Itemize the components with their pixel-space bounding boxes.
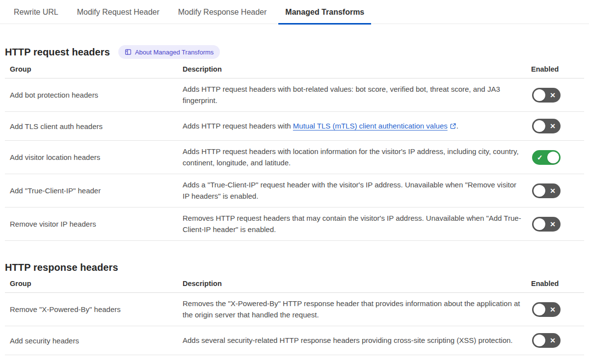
description-cell: Adds HTTP request headers with bot-relat… bbox=[178, 84, 531, 106]
toggle-state-icon: ✕ bbox=[550, 187, 556, 194]
enabled-toggle[interactable]: ✕ bbox=[532, 302, 561, 317]
table-row: Add TLS client auth headers Adds HTTP re… bbox=[5, 112, 584, 141]
toggle-state-icon: ✕ bbox=[550, 221, 556, 228]
table-row: Remove visitor IP headers Removes HTTP r… bbox=[5, 208, 584, 241]
column-header-description: Description bbox=[178, 65, 531, 73]
enabled-toggle[interactable]: ✕ bbox=[532, 88, 561, 103]
group-cell: Add visitor location headers bbox=[5, 153, 178, 161]
book-icon bbox=[125, 49, 132, 55]
description-cell: Adds a "True-Client-IP" request header w… bbox=[178, 180, 531, 202]
description-cell: Removes the "X-Powered-By" HTTP response… bbox=[178, 298, 531, 320]
column-header-enabled: Enabled bbox=[531, 65, 584, 73]
tab-label: Managed Transforms bbox=[285, 8, 364, 16]
column-header-group: Group bbox=[5, 280, 178, 287]
toggle-state-icon: ✕ bbox=[550, 306, 556, 313]
table-header-row: Group Description Enabled bbox=[5, 280, 584, 293]
toggle-knob bbox=[534, 120, 545, 132]
tab[interactable]: Rewrite URL bbox=[7, 0, 65, 24]
toggle-knob bbox=[534, 218, 545, 230]
toggle-state-icon: ✕ bbox=[550, 123, 556, 130]
description-cell: Adds several security-related HTTP respo… bbox=[178, 335, 531, 346]
column-header-enabled: Enabled bbox=[531, 280, 584, 287]
group-cell: Remove visitor IP headers bbox=[5, 220, 178, 228]
enabled-toggle[interactable]: ✓ bbox=[532, 150, 561, 165]
group-cell: Remove "X-Powered-By" headers bbox=[5, 305, 178, 313]
toggle-knob bbox=[534, 304, 545, 315]
tab-label: Modify Response Header bbox=[178, 8, 267, 16]
toggle-state-icon: ✕ bbox=[550, 337, 556, 344]
table-row: Add bot protection headers Adds HTTP req… bbox=[5, 78, 584, 112]
request-section-title: HTTP request headers bbox=[5, 47, 110, 58]
external-link-icon bbox=[450, 123, 456, 130]
response-section-header: HTTP response headers bbox=[5, 262, 584, 273]
toggle-knob bbox=[534, 335, 545, 346]
tab[interactable]: Managed Transforms bbox=[278, 0, 371, 24]
table-row: Add security headers Adds several securi… bbox=[5, 326, 584, 355]
request-headers-section: HTTP request headers About Managed Trans… bbox=[5, 45, 584, 241]
response-headers-section: HTTP response headers Group Description … bbox=[5, 262, 584, 355]
tab-label: Modify Request Header bbox=[77, 8, 160, 16]
toggle-knob bbox=[534, 89, 545, 101]
tab-bar: Rewrite URL Modify Request Header Modify… bbox=[0, 0, 589, 24]
toggle-state-icon: ✓ bbox=[537, 154, 543, 161]
request-section-header: HTTP request headers About Managed Trans… bbox=[5, 45, 584, 59]
table-header-row: Group Description Enabled bbox=[5, 65, 584, 78]
managed-transforms-page: HTTP request headers About Managed Trans… bbox=[0, 45, 589, 355]
request-headers-table: Group Description Enabled Add bot protec… bbox=[5, 65, 584, 241]
description-cell: Removes HTTP request headers that may co… bbox=[178, 213, 531, 235]
toggle-knob bbox=[547, 152, 559, 163]
mtls-docs-link[interactable]: Mutual TLS (mTLS) client authentication … bbox=[293, 122, 456, 130]
toggle-state-icon: ✕ bbox=[550, 92, 556, 99]
table-row: Remove "X-Powered-By" headers Removes th… bbox=[5, 293, 584, 326]
tab-label: Rewrite URL bbox=[14, 8, 58, 16]
about-managed-transforms-link[interactable]: About Managed Transforms bbox=[118, 45, 220, 59]
tab[interactable]: Modify Response Header bbox=[171, 0, 274, 24]
enabled-toggle[interactable]: ✕ bbox=[532, 183, 561, 198]
toggle-knob bbox=[534, 185, 545, 197]
table-row: Add visitor location headers Adds HTTP r… bbox=[5, 141, 584, 174]
enabled-toggle[interactable]: ✕ bbox=[532, 217, 561, 232]
group-cell: Add security headers bbox=[5, 337, 178, 345]
enabled-toggle[interactable]: ✕ bbox=[532, 333, 561, 348]
about-badge-label: About Managed Transforms bbox=[135, 49, 214, 55]
table-row: Add "True-Client-IP" header Adds a "True… bbox=[5, 174, 584, 208]
enabled-toggle[interactable]: ✕ bbox=[532, 119, 561, 133]
response-headers-table: Group Description Enabled Remove "X-Powe… bbox=[5, 280, 584, 355]
tab[interactable]: Modify Request Header bbox=[70, 0, 166, 24]
description-cell: Adds HTTP request headers with location … bbox=[178, 146, 531, 168]
description-cell: Adds HTTP request headers with Mutual TL… bbox=[178, 121, 531, 132]
column-header-description: Description bbox=[178, 280, 531, 287]
response-section-title: HTTP response headers bbox=[5, 262, 118, 273]
group-cell: Add TLS client auth headers bbox=[5, 122, 178, 130]
group-cell: Add bot protection headers bbox=[5, 91, 178, 99]
group-cell: Add "True-Client-IP" header bbox=[5, 186, 178, 195]
column-header-group: Group bbox=[5, 65, 178, 73]
